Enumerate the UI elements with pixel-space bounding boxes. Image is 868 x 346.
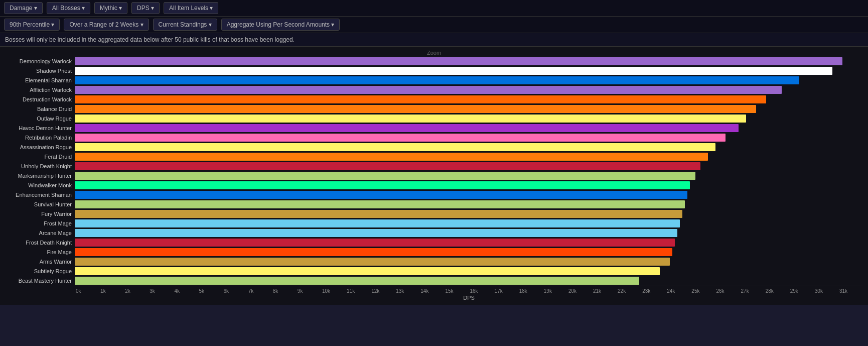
x-tick: 10k xyxy=(321,288,346,294)
bar-fill[interactable] xyxy=(75,134,726,142)
x-tick: 1k xyxy=(99,288,124,294)
bar-label: Arcane Mage xyxy=(2,230,75,236)
bar-label: Fire Mage xyxy=(2,249,75,255)
x-tick: 6k xyxy=(223,288,247,294)
bar-label: Havoc Demon Hunter xyxy=(2,125,75,131)
bars-container: Demonology WarlockShadow PriestElemental… xyxy=(2,57,863,286)
x-tick: 5k xyxy=(198,288,222,294)
bar-fill[interactable] xyxy=(75,200,685,208)
chart-area: Zoom Demonology WarlockShadow PriestElem… xyxy=(0,47,868,305)
bar-fill[interactable] xyxy=(75,172,695,180)
bar-fill[interactable] xyxy=(75,124,739,132)
second-nav-btn-aggregate[interactable]: Aggregate Using Per Second Amounts ▾ xyxy=(221,19,340,31)
x-tick: 30k xyxy=(814,288,838,294)
bar-row: Feral Druid xyxy=(2,152,863,161)
bar-fill[interactable] xyxy=(75,181,690,189)
bar-container xyxy=(75,258,863,266)
x-tick: 27k xyxy=(740,288,765,294)
x-tick: 14k xyxy=(419,288,444,294)
bar-container xyxy=(75,239,863,247)
bar-fill[interactable] xyxy=(75,229,677,237)
bar-fill[interactable] xyxy=(75,267,660,275)
x-tick: 9k xyxy=(297,288,321,294)
bar-container xyxy=(75,153,863,161)
bar-container xyxy=(75,105,863,113)
top-nav: Damage ▾All Bosses ▾Mythic ▾DPS ▾All Ite… xyxy=(0,0,868,17)
bar-label: Shadow Priest xyxy=(2,68,75,74)
bar-label: Enhancement Shaman xyxy=(2,192,75,198)
nav-btn-all-item-levels[interactable]: All Item Levels ▾ xyxy=(164,2,218,14)
bar-label: Frost Mage xyxy=(2,220,75,226)
bar-fill[interactable] xyxy=(75,95,766,103)
bar-label: Feral Druid xyxy=(2,154,75,160)
bar-fill[interactable] xyxy=(75,210,682,218)
second-nav: 90th Percentile ▾Over a Range of 2 Weeks… xyxy=(0,17,868,33)
bar-label: Fury Warrior xyxy=(2,211,75,217)
bar-label: Survival Hunter xyxy=(2,201,75,207)
x-tick: 15k xyxy=(444,288,469,294)
x-tick: 8k xyxy=(272,288,297,294)
bar-container xyxy=(75,210,863,218)
bar-fill[interactable] xyxy=(75,57,842,65)
bar-container xyxy=(75,124,863,132)
bar-label: Subtlety Rogue xyxy=(2,268,75,274)
bar-label: Frost Death Knight xyxy=(2,240,75,246)
bar-row: Destruction Warlock xyxy=(2,95,863,104)
bar-container xyxy=(75,95,863,103)
bar-row: Havoc Demon Hunter xyxy=(2,124,863,133)
bar-container xyxy=(75,248,863,256)
bar-fill[interactable] xyxy=(75,258,670,266)
bar-fill[interactable] xyxy=(75,76,799,84)
bar-row: Frost Mage xyxy=(2,219,863,228)
info-bar: Bosses will only be included in the aggr… xyxy=(0,33,868,47)
bar-fill[interactable] xyxy=(75,248,672,256)
bar-fill[interactable] xyxy=(75,86,782,94)
bar-row: Subtlety Rogue xyxy=(2,267,863,276)
x-tick: 16k xyxy=(469,288,494,294)
bar-row: Unholy Death Knight xyxy=(2,162,863,171)
bar-fill[interactable] xyxy=(75,143,715,151)
x-tick: 25k xyxy=(690,288,715,294)
bar-container xyxy=(75,86,863,94)
bar-fill[interactable] xyxy=(75,114,746,123)
bar-container xyxy=(75,143,863,151)
bar-container xyxy=(75,229,863,237)
bar-row: Fire Mage xyxy=(2,248,863,257)
nav-btn-damage[interactable]: Damage ▾ xyxy=(4,2,43,14)
bar-fill[interactable] xyxy=(75,105,756,113)
second-nav-btn-standings[interactable]: Current Standings ▾ xyxy=(153,19,217,31)
bar-fill[interactable] xyxy=(75,67,832,75)
bar-label: Demonology Warlock xyxy=(2,58,75,64)
zoom-label: Zoom xyxy=(0,50,868,56)
bar-label: Arms Warrior xyxy=(2,259,75,265)
x-tick: 7k xyxy=(247,288,272,294)
x-tick: 2k xyxy=(124,288,149,294)
bar-label: Elemental Shaman xyxy=(2,77,75,83)
x-tick: 29k xyxy=(789,288,814,294)
bar-row: Arcane Mage xyxy=(2,228,863,238)
bar-fill[interactable] xyxy=(75,277,639,285)
nav-btn-all-bosses[interactable]: All Bosses ▾ xyxy=(47,2,90,14)
second-nav-btn-percentile[interactable]: 90th Percentile ▾ xyxy=(4,19,60,31)
bar-fill[interactable] xyxy=(75,162,700,170)
bar-row: Affliction Warlock xyxy=(2,85,863,94)
bar-container xyxy=(75,200,863,208)
second-nav-btn-range[interactable]: Over a Range of 2 Weeks ▾ xyxy=(64,19,149,31)
bar-row: Marksmanship Hunter xyxy=(2,171,863,180)
x-tick: 24k xyxy=(666,288,690,294)
bar-row: Balance Druid xyxy=(2,104,863,113)
nav-btn-dps[interactable]: DPS ▾ xyxy=(131,2,160,14)
bar-fill[interactable] xyxy=(75,239,675,247)
x-tick: 28k xyxy=(765,288,789,294)
bar-container xyxy=(75,134,863,142)
x-tick: 31k xyxy=(838,288,863,294)
bar-fill[interactable] xyxy=(75,219,680,227)
bar-label: Beast Mastery Hunter xyxy=(2,278,75,284)
bar-row: Survival Hunter xyxy=(2,200,863,209)
nav-btn-mythic[interactable]: Mythic ▾ xyxy=(94,2,127,14)
bar-fill[interactable] xyxy=(75,191,687,199)
bar-container xyxy=(75,162,863,170)
x-tick: 26k xyxy=(715,288,740,294)
bar-fill[interactable] xyxy=(75,153,708,161)
bar-label: Destruction Warlock xyxy=(2,96,75,102)
